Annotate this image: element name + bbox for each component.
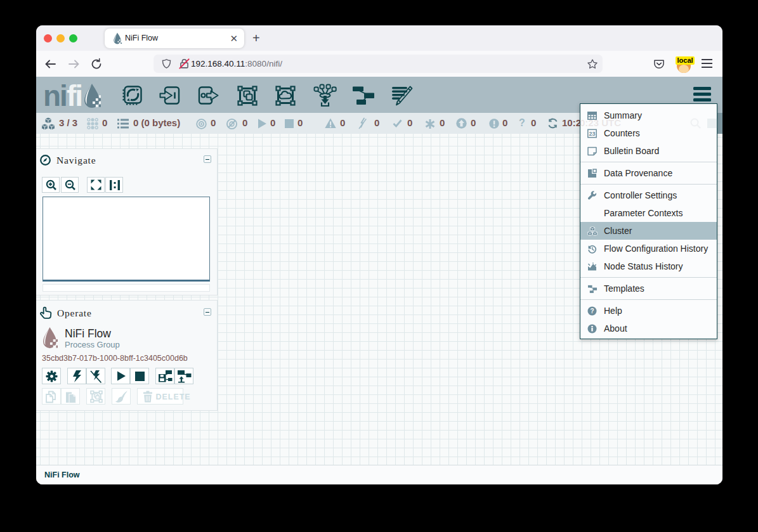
svg-text:23: 23 [589,131,595,137]
svg-text:?: ? [590,308,594,315]
